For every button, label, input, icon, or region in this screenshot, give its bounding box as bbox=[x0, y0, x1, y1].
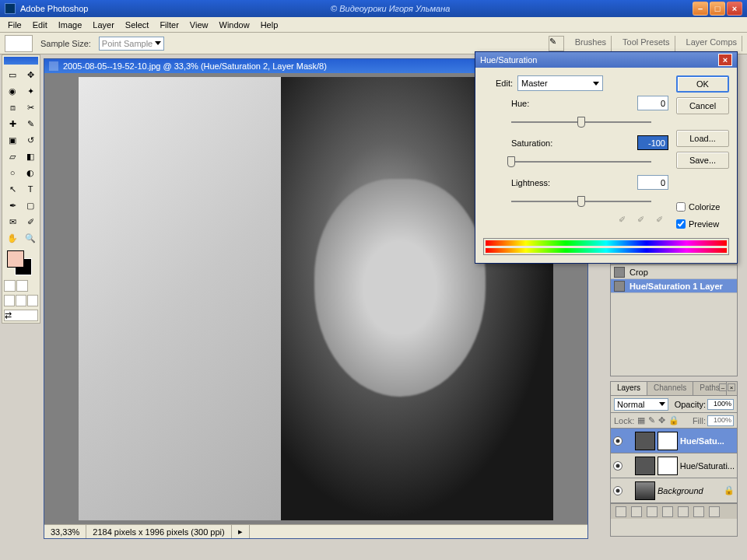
standard-mode-button[interactable] bbox=[4, 280, 16, 292]
path-tool[interactable]: ↖ bbox=[4, 181, 21, 197]
lightness-slider[interactable] bbox=[511, 194, 651, 208]
new-layer-icon[interactable] bbox=[693, 506, 704, 517]
new-group-icon[interactable] bbox=[678, 506, 689, 517]
history-item-crop[interactable]: Crop bbox=[611, 265, 737, 279]
zoom-tool[interactable]: 🔍 bbox=[22, 230, 39, 246]
jump-to-imageready[interactable]: ⇄ bbox=[4, 310, 38, 321]
toolbox-drag-handle[interactable] bbox=[4, 57, 38, 65]
menu-view[interactable]: View bbox=[185, 19, 213, 31]
spectrum-bars[interactable] bbox=[483, 238, 729, 255]
history-brush-tool[interactable]: ↺ bbox=[22, 132, 39, 148]
menu-help[interactable]: Help bbox=[256, 19, 283, 31]
wand-tool[interactable]: ✦ bbox=[22, 83, 39, 99]
type-tool[interactable]: T bbox=[22, 181, 39, 197]
layer-row-background[interactable]: Background 🔒 bbox=[611, 478, 737, 503]
lock-transparency-icon[interactable]: ▦ bbox=[637, 415, 645, 425]
palette-well-icon[interactable]: ✎ bbox=[549, 36, 564, 51]
layer-thumbnail[interactable] bbox=[635, 481, 655, 500]
history-item-huesat[interactable]: Hue/Saturation 1 Layer bbox=[611, 279, 737, 293]
stamp-tool[interactable]: ▣ bbox=[4, 132, 21, 148]
brush-tool[interactable]: ✎ bbox=[22, 116, 39, 131]
tab-brushes[interactable]: Brushes bbox=[570, 36, 612, 51]
screen-mode-2[interactable] bbox=[16, 295, 26, 306]
tab-layers[interactable]: Layers bbox=[611, 382, 647, 395]
ok-button[interactable]: OK bbox=[676, 75, 729, 93]
layer-thumbnail[interactable] bbox=[635, 457, 655, 475]
layer-name[interactable]: Background bbox=[658, 486, 703, 495]
layer-name[interactable]: Hue/Saturati... bbox=[680, 461, 735, 471]
document-info[interactable]: 2184 pixels x 1996 pixels (300 ppi) bbox=[86, 525, 231, 538]
screen-mode-3[interactable] bbox=[27, 295, 38, 306]
layer-row-1[interactable]: Hue/Satu... bbox=[611, 429, 737, 453]
link-layers-icon[interactable] bbox=[615, 506, 626, 517]
gradient-tool[interactable]: ◧ bbox=[22, 149, 39, 164]
blend-mode-dropdown[interactable]: Normal bbox=[614, 398, 668, 411]
panel-minimize[interactable]: – bbox=[719, 383, 727, 391]
fill-input[interactable]: 100% bbox=[707, 415, 734, 426]
shape-tool[interactable]: ▢ bbox=[22, 198, 39, 213]
cancel-button[interactable]: Cancel bbox=[676, 97, 729, 114]
sample-size-dropdown[interactable]: Point Sample bbox=[99, 37, 164, 51]
maximize-button[interactable]: □ bbox=[710, 2, 725, 16]
zoom-level[interactable]: 33,33% bbox=[44, 525, 86, 538]
eyedropper-add-icon[interactable]: ✐ bbox=[637, 215, 650, 227]
saturation-input[interactable] bbox=[637, 135, 668, 150]
slice-tool[interactable]: ✂ bbox=[22, 100, 39, 115]
menu-select[interactable]: Select bbox=[121, 19, 154, 31]
saturation-slider[interactable] bbox=[511, 155, 651, 169]
notes-tool[interactable]: ✉ bbox=[4, 214, 21, 229]
visibility-icon[interactable] bbox=[613, 461, 622, 471]
colorize-input[interactable] bbox=[676, 202, 686, 212]
tab-tool-presets[interactable]: Tool Presets bbox=[618, 36, 675, 51]
opacity-input[interactable]: 100% bbox=[707, 399, 734, 410]
lightness-input[interactable] bbox=[637, 175, 668, 190]
delete-layer-icon[interactable] bbox=[709, 506, 720, 517]
tab-channels[interactable]: Channels bbox=[647, 382, 693, 395]
eyedropper-subtract-icon[interactable]: ✐ bbox=[656, 215, 668, 227]
preview-checkbox[interactable]: Preview bbox=[676, 219, 729, 229]
menu-filter[interactable]: Filter bbox=[155, 19, 183, 31]
pen-tool[interactable]: ✒ bbox=[4, 198, 21, 213]
menu-window[interactable]: Window bbox=[215, 19, 254, 31]
screen-mode-1[interactable] bbox=[4, 295, 15, 306]
eyedropper-tool[interactable]: ✐ bbox=[22, 214, 39, 229]
lock-pixels-icon[interactable]: ✎ bbox=[648, 415, 655, 425]
layer-style-icon[interactable] bbox=[631, 506, 642, 517]
heal-tool[interactable]: ✚ bbox=[4, 116, 21, 131]
lock-position-icon[interactable]: ✥ bbox=[658, 415, 665, 425]
mask-thumbnail[interactable] bbox=[658, 457, 678, 475]
hue-input[interactable] bbox=[637, 96, 668, 110]
save-button[interactable]: Save... bbox=[676, 152, 729, 169]
panel-close[interactable]: × bbox=[728, 383, 735, 391]
preview-input[interactable] bbox=[676, 219, 686, 229]
menu-file[interactable]: File bbox=[3, 19, 26, 31]
edit-dropdown[interactable]: Master bbox=[517, 75, 603, 91]
eyedropper-icon[interactable]: ✐ bbox=[619, 215, 631, 227]
hue-slider[interactable] bbox=[511, 115, 651, 129]
close-button[interactable]: × bbox=[727, 2, 742, 16]
dialog-titlebar[interactable]: Hue/Saturation × bbox=[475, 52, 737, 68]
dodge-tool[interactable]: ◐ bbox=[22, 165, 39, 180]
colorize-checkbox[interactable]: Colorize bbox=[676, 202, 729, 212]
color-swatches[interactable] bbox=[4, 250, 38, 277]
crop-tool[interactable]: ⧈ bbox=[4, 100, 21, 115]
lasso-tool[interactable]: ◉ bbox=[4, 83, 21, 99]
layer-name[interactable]: Hue/Satu... bbox=[680, 436, 724, 446]
dialog-close-button[interactable]: × bbox=[718, 54, 732, 66]
current-tool-preview[interactable] bbox=[5, 35, 33, 52]
blur-tool[interactable]: ○ bbox=[4, 165, 21, 180]
marquee-tool[interactable]: ▭ bbox=[4, 67, 21, 82]
statusbar-menu[interactable]: ▸ bbox=[232, 525, 250, 538]
tab-layer-comps[interactable]: Layer Comps bbox=[682, 36, 742, 51]
menu-image[interactable]: Image bbox=[54, 19, 87, 31]
eraser-tool[interactable]: ▱ bbox=[4, 149, 21, 164]
minimize-button[interactable]: – bbox=[693, 2, 708, 16]
load-button[interactable]: Load... bbox=[676, 130, 729, 147]
visibility-icon[interactable] bbox=[613, 486, 622, 495]
visibility-icon[interactable] bbox=[613, 436, 622, 446]
lock-all-icon[interactable]: 🔒 bbox=[668, 415, 679, 425]
quickmask-mode-button[interactable] bbox=[16, 280, 28, 292]
menu-edit[interactable]: Edit bbox=[28, 19, 52, 31]
menu-layer[interactable]: Layer bbox=[88, 19, 119, 31]
hand-tool[interactable]: ✋ bbox=[4, 230, 21, 246]
